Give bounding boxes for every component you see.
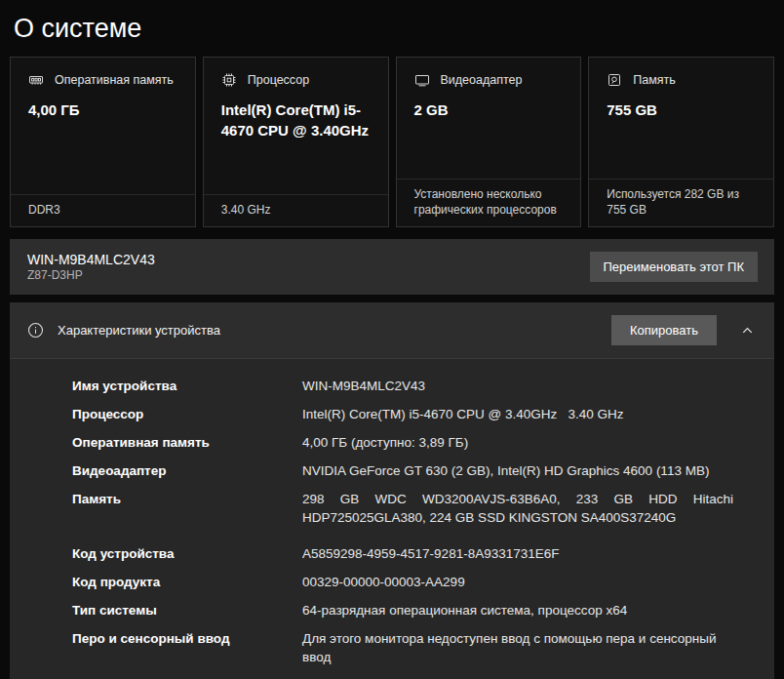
summary-card[interactable]: Процессор Intel(R) Core(TM) i5-4670 CPU … [203,57,389,227]
spec-row: Память 298 GB WDC WD3200AVJS-63B6A0, 233… [10,490,774,527]
spec-value: NVIDIA GeForce GT 630 (2 GB), Intel(R) H… [302,461,733,480]
summary-cards: Оперативная память 4,00 ГБ DDR3 Процессо… [10,57,774,227]
spec-value: 4,00 ГБ (доступно: 3,89 ГБ) [302,433,733,452]
spec-value: Intel(R) Core(TM) i5-4670 CPU @ 3.40GHz … [302,405,733,423]
spec-label: Процессор [72,405,302,423]
spec-value: WIN-M9B4MLC2V43 [302,377,733,395]
device-specs-panel: Характеристики устройства Копировать Имя… [10,302,774,679]
spec-row: Код продукта 00329-00000-00003-AA299 [10,573,774,591]
device-specs-title: Характеристики устройства [58,323,220,338]
spec-value: 64-разрядная операционная система, проце… [302,601,733,619]
card-footer: Установлено несколько графических процес… [397,179,581,226]
spec-label: Код продукта [72,573,302,591]
spec-row: Оперативная память 4,00 ГБ (доступно: 3,… [10,433,774,452]
page-title: О системе [14,10,784,47]
device-specs-body: Имя устройства WIN-M9B4MLC2V43 Процессор… [10,359,774,679]
spec-row: Код устройства A5859298-4959-4517-9281-8… [10,544,774,563]
computer-name-panel: WIN-M9B4MLC2V43 Z87-D3HP Переименовать э… [10,239,774,295]
card-footer: DDR3 [11,194,195,226]
spec-row: Процессор Intel(R) Core(TM) i5-4670 CPU … [10,405,774,423]
card-label: Процессор [248,73,309,87]
disk-icon [607,72,622,88]
spec-row: Видеоадаптер NVIDIA GeForce GT 630 (2 GB… [10,461,774,480]
spec-value: A5859298-4959-4517-9281-8A9331731E6F [302,544,733,563]
cpu-icon [221,72,237,88]
spec-label: Код устройства [72,544,302,563]
copy-button[interactable]: Копировать [611,315,717,345]
about-system-page: О системе Оперативная память 4,00 ГБ DDR… [0,10,784,679]
spec-value: 298 GB WDC WD3200AVJS-63B6A0, 233 GB HDD… [302,490,733,527]
computer-name-block: WIN-M9B4MLC2V43 Z87-D3HP [27,251,155,284]
spec-row: Тип системы 64-разрядная операционная си… [10,601,774,619]
spec-value: Для этого монитора недоступен ввод с пом… [302,629,733,666]
info-icon [27,322,44,339]
spec-label: Тип системы [72,601,302,619]
card-value: 755 GB [589,100,773,121]
card-label: Оперативная память [55,73,174,87]
spec-row: Имя устройства WIN-M9B4MLC2V43 [10,377,774,395]
card-label: Видеоадаптер [441,73,523,87]
spec-label: Видеоадаптер [72,461,302,480]
card-value: Intel(R) Core(TM) i5-4670 CPU @ 3.40GHz [204,100,388,140]
summary-card[interactable]: Память 755 GB Используется 282 GB из 755… [588,57,774,227]
spec-label: Имя устройства [72,377,302,395]
card-label: Память [633,73,676,87]
card-value: 2 GB [397,100,581,121]
card-footer: Используется 282 GB из 755 GB [589,179,773,226]
computer-name: WIN-M9B4MLC2V43 [27,251,155,268]
spec-label: Память [72,490,302,527]
summary-card[interactable]: Видеоадаптер 2 GB Установлено несколько … [396,57,582,227]
card-value: 4,00 ГБ [11,100,195,121]
rename-pc-button[interactable]: Переименовать этот ПК [590,252,759,282]
spec-label: Оперативная память [72,433,302,452]
card-footer: 3.40 GHz [204,194,388,226]
spec-value: 00329-00000-00003-AA299 [302,573,733,591]
summary-card[interactable]: Оперативная память 4,00 ГБ DDR3 [10,57,196,227]
ram-icon [28,72,44,88]
spec-label: Перо и сенсорный ввод [72,629,302,666]
gpu-icon [414,72,430,88]
chevron-up-icon[interactable] [740,323,755,338]
motherboard-model: Z87-D3HP [27,268,155,284]
spec-row: Перо и сенсорный ввод Для этого монитора… [10,629,774,666]
device-specs-header[interactable]: Характеристики устройства Копировать [10,302,774,359]
